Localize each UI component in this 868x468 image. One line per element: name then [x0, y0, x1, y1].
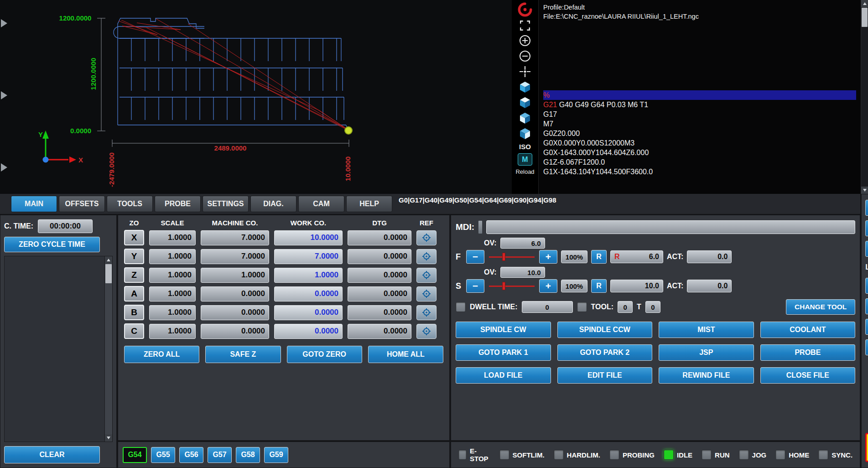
scrollbar-thumb[interactable] [105, 264, 112, 283]
goto-park-2-button[interactable]: GOTO PARK 2 [557, 344, 653, 361]
gcode-line[interactable]: G0Z20.000 [543, 129, 856, 138]
offset-g55-button[interactable]: G55 [151, 447, 175, 463]
dwell-checkbox[interactable] [456, 302, 466, 312]
mist-button[interactable]: MIST [659, 322, 754, 338]
scroll-down-icon[interactable] [105, 434, 112, 442]
feed-plus-button[interactable]: + [539, 250, 557, 264]
dwell-time-field[interactable]: 0 [522, 301, 573, 313]
spindle-minus-button[interactable]: − [466, 279, 484, 293]
gcode-line[interactable]: G21 G40 G49 G64 P0.03 M6 T1 [543, 100, 856, 109]
gcode-line[interactable]: G0X-1643.000Y1044.604Z6.000 [543, 148, 856, 157]
toolpath-canvas[interactable]: 1200.0000 1200.0000 0.0000 2489.0000 -24… [0, 0, 512, 194]
feed-reset-override-button[interactable]: R [591, 250, 607, 264]
goto-park-1-button[interactable]: GOTO PARK 1 [456, 344, 551, 361]
zoom-out-icon[interactable] [519, 50, 531, 62]
panel-expander-arrow-icon[interactable] [1, 163, 7, 172]
gcode-listing[interactable]: Profile:Default File:E:\CNC_raznoe\LAURA… [539, 0, 861, 194]
axis-button-a[interactable]: A [124, 286, 144, 302]
softlim-led-indicator[interactable] [499, 450, 509, 460]
center-view-icon[interactable] [519, 65, 531, 78]
gcode-line[interactable]: G1X-1643.104Y1044.500F3600.0 [543, 167, 856, 177]
gcode-line-current[interactable]: % [543, 90, 856, 100]
gcode-scrollbar[interactable] [861, 0, 868, 194]
feed-rate-field[interactable]: R 6.0 [610, 250, 663, 263]
axis-button-y[interactable]: Y [124, 249, 144, 264]
cycle-stop-button[interactable]: CYCLE STOP [865, 339, 868, 355]
safe-z-button[interactable]: SAFE Z [205, 346, 281, 363]
offset-g57-button[interactable]: G57 [208, 447, 232, 463]
close-file-button[interactable]: CLOSE FILE [760, 367, 856, 384]
jog-led-indicator[interactable] [739, 450, 749, 460]
scale-field-y[interactable]: 1.0000 [149, 249, 196, 264]
gcode-line[interactable]: M7 [543, 119, 856, 129]
spindle-speed-field[interactable]: 10.0 [610, 280, 663, 292]
message-list-scrollbar[interactable] [104, 256, 112, 442]
work-co-field-x[interactable]: 10.0000 [274, 230, 343, 245]
tool-number-field[interactable]: 0 [618, 301, 633, 313]
work-co-field-a[interactable]: 0.0000 [274, 286, 343, 302]
estop-led-indicator[interactable] [458, 450, 467, 460]
rewind-file-button[interactable]: REWIND FILE [659, 367, 754, 384]
zoom-in-icon[interactable] [519, 34, 531, 47]
tool-checkbox[interactable] [577, 302, 587, 312]
feed-override-slider[interactable] [488, 251, 535, 262]
scale-field-c[interactable]: 1.0000 [149, 324, 196, 339]
ref-button-b[interactable] [416, 305, 437, 320]
t-number-field[interactable]: 0 [645, 301, 660, 313]
offset-g54-button[interactable]: G54 [123, 447, 147, 463]
edit-file-button[interactable]: EDIT FILE [557, 367, 653, 384]
mdi-input[interactable] [486, 220, 855, 234]
work-co-field-y[interactable]: 7.0000 [274, 249, 343, 264]
goto-zero-button[interactable]: GOTO ZERO [287, 346, 362, 363]
probing-led-indicator[interactable] [609, 450, 619, 460]
axis-button-b[interactable]: B [124, 305, 144, 320]
scrollbar-thumb[interactable] [862, 8, 868, 27]
work-co-field-z[interactable]: 1.0000 [274, 268, 343, 283]
tab-probe[interactable]: PROBE [155, 196, 201, 212]
scroll-up-icon[interactable] [861, 0, 868, 7]
scroll-down-icon[interactable] [861, 187, 868, 194]
offline-mode-button[interactable]: OFFLINE MODE [865, 298, 868, 314]
jsp-button[interactable]: JSP [659, 344, 754, 361]
tab-main[interactable]: MAIN [11, 196, 57, 212]
feed-hold-button[interactable]: FEED HOLD [865, 241, 868, 257]
cycle-start-button[interactable]: CYCLE START [865, 200, 868, 216]
scale-field-a[interactable]: 1.0000 [149, 286, 196, 302]
load-file-button[interactable]: LOAD FILE [456, 367, 551, 384]
change-tool-button[interactable]: CHANGE TOOL [786, 299, 855, 315]
override-limits-button[interactable]: OVERRIDE LIMITS [865, 319, 868, 335]
scrollbar-track[interactable] [861, 27, 868, 187]
panel-expander-arrow-icon[interactable] [1, 19, 7, 27]
macro-m-button[interactable]: M [518, 153, 532, 166]
panel-expander-arrow-icon[interactable] [1, 91, 7, 99]
gcode-line[interactable]: G17 [543, 109, 856, 119]
zero-all-button[interactable]: ZERO ALL [124, 346, 199, 363]
scale-field-b[interactable]: 1.0000 [149, 305, 196, 320]
message-list-body[interactable] [5, 256, 104, 442]
axis-button-z[interactable]: Z [124, 267, 144, 283]
hardlim-led-indicator[interactable] [554, 450, 564, 460]
ref-button-y[interactable] [416, 249, 437, 264]
tab-help[interactable]: HELP [346, 196, 392, 212]
work-co-field-c[interactable]: 0.0000 [274, 324, 343, 339]
ref-button-a[interactable] [416, 286, 437, 302]
fit-view-icon[interactable] [519, 20, 531, 31]
scroll-up-icon[interactable] [105, 256, 112, 264]
single-line-button[interactable]: SINGLE LINE [865, 220, 868, 236]
view-side-cube-icon[interactable] [519, 127, 531, 140]
spindle-plus-button[interactable]: + [539, 279, 557, 293]
spindle-override-slider[interactable] [488, 281, 535, 291]
tab-tools[interactable]: TOOLS [107, 196, 153, 212]
ref-button-z[interactable] [416, 268, 437, 283]
spindle-cw-button[interactable]: SPINDLE CW [456, 322, 551, 338]
tab-offsets[interactable]: OFFSETS [59, 196, 105, 212]
offset-g58-button[interactable]: G58 [236, 447, 260, 463]
view-3d-cube-icon[interactable] [519, 81, 531, 94]
gcode-line[interactable]: G1Z-6.067F1200.0 [543, 157, 856, 167]
view-top-cube-icon[interactable] [519, 96, 531, 109]
axis-button-x[interactable]: X [124, 230, 144, 245]
coolant-button[interactable]: COOLANT [760, 322, 856, 338]
slider-handle[interactable] [502, 282, 505, 290]
home-led-indicator[interactable] [775, 450, 785, 460]
reset-button[interactable]: RESET [865, 433, 868, 462]
